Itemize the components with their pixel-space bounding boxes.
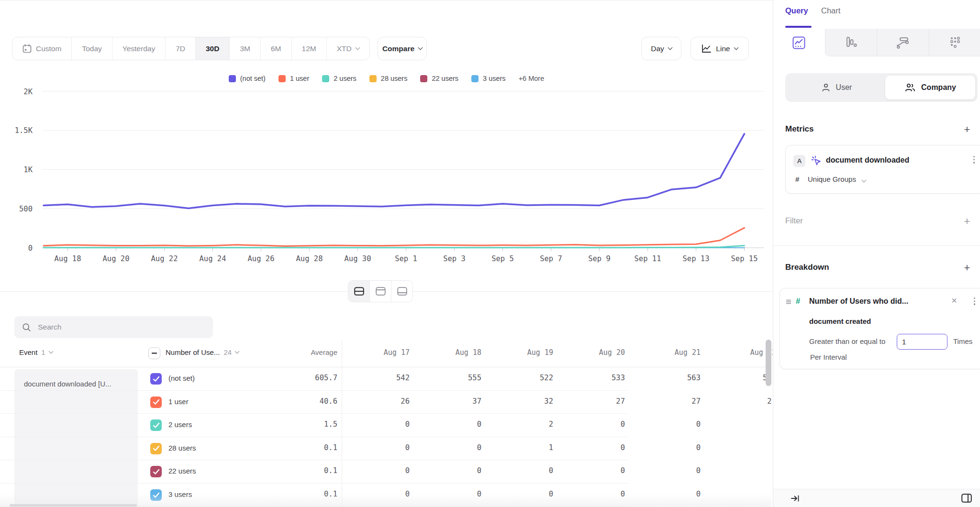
x-axis-label: Sep 7 xyxy=(540,254,562,263)
breakdown-per-interval-label: Per Interval xyxy=(810,353,847,361)
chevron-down-icon xyxy=(862,178,867,183)
column-header-date[interactable]: Aug 20 xyxy=(560,348,625,357)
series-checkbox[interactable] xyxy=(150,419,162,431)
value-cell: 0 xyxy=(632,490,701,498)
check-icon xyxy=(153,376,160,382)
column-header-date[interactable]: Aug 17 xyxy=(342,348,410,357)
select-all-checkbox[interactable] xyxy=(148,347,160,359)
chart-type-tab-flow[interactable] xyxy=(877,29,929,56)
compare-button[interactable]: Compare xyxy=(378,37,427,60)
close-icon[interactable]: × xyxy=(951,295,957,306)
tab-query[interactable]: Query xyxy=(785,6,808,15)
date-range-yesterday[interactable]: Yesterday xyxy=(112,37,165,60)
series-column-header[interactable]: Number of Use... 24 xyxy=(166,348,239,356)
value-cell: 0 xyxy=(632,443,701,452)
vertical-scrollbar[interactable] xyxy=(766,340,771,386)
series-label: (not set) xyxy=(168,374,195,382)
check-icon xyxy=(153,399,160,405)
date-range-label: Yesterday xyxy=(122,44,155,53)
add-metric-button[interactable]: + xyxy=(961,123,973,136)
date-range-12m[interactable]: 12M xyxy=(291,37,326,60)
add-breakdown-button[interactable]: + xyxy=(961,262,973,274)
value-cell: 0 xyxy=(342,420,410,429)
value-cell: 0 xyxy=(488,490,553,498)
tab-chart[interactable]: Chart xyxy=(821,6,840,15)
breakdown-card[interactable]: # Number of Users who did... × document … xyxy=(780,288,980,369)
legend-swatch xyxy=(229,75,236,82)
date-range-3m[interactable]: 3M xyxy=(229,37,260,60)
date-range-xtd[interactable]: XTD xyxy=(326,37,369,60)
x-axis-label: Aug 26 xyxy=(248,254,275,263)
toggle-right-panel-icon[interactable] xyxy=(961,494,972,503)
date-range-today[interactable]: Today xyxy=(71,37,111,60)
breakdown-times-input[interactable] xyxy=(897,334,947,350)
value-cell: 0 xyxy=(416,490,481,498)
layout-split-button[interactable] xyxy=(348,281,369,302)
search-input[interactable] xyxy=(38,323,205,331)
value-cell: 542 xyxy=(342,374,410,382)
metric-menu-icon[interactable] xyxy=(973,156,975,164)
layout-chart-only-button[interactable] xyxy=(369,281,391,302)
audience-option-company[interactable]: Company xyxy=(885,76,975,99)
legend-item[interactable]: 2 users xyxy=(322,75,356,82)
collapse-panel-icon[interactable] xyxy=(791,494,800,503)
series-line--not-set-[interactable] xyxy=(44,134,745,209)
line-chart[interactable]: 05001K1.5K2KAug 18Aug 20Aug 22Aug 24Aug … xyxy=(0,86,773,268)
series-checkbox[interactable] xyxy=(150,397,162,408)
series-checkbox[interactable] xyxy=(150,466,162,477)
y-axis-label: 1K xyxy=(23,165,33,174)
date-range-label: 12M xyxy=(302,44,316,53)
chart-type-tab-bar[interactable] xyxy=(825,29,877,56)
layout-table-only-button[interactable] xyxy=(391,281,412,302)
series-checkbox[interactable] xyxy=(150,373,162,385)
value-cell: 535 xyxy=(707,374,771,382)
date-range-30d[interactable]: 30D xyxy=(195,37,229,60)
legend-item[interactable]: 22 users xyxy=(420,75,458,82)
horizontal-scrollbar[interactable] xyxy=(10,504,137,507)
date-range-label: 30D xyxy=(206,44,219,53)
x-axis-label: Aug 20 xyxy=(103,254,130,263)
value-cell: 563 xyxy=(632,374,701,382)
audience-option-user[interactable]: User xyxy=(788,76,885,99)
metrics-heading: Metrics xyxy=(785,124,814,134)
x-axis-label: Sep 3 xyxy=(443,254,466,263)
more-charts-icon xyxy=(948,36,961,49)
legend-item[interactable]: (not set) xyxy=(229,75,266,82)
chart-type-tab-more[interactable] xyxy=(929,29,980,56)
chart-type-tab-line[interactable] xyxy=(773,29,825,56)
x-axis-label: Sep 1 xyxy=(395,254,417,263)
search-box[interactable] xyxy=(14,316,213,338)
measure-dropdown[interactable]: Unique Groups xyxy=(808,175,866,183)
legend-label: 3 users xyxy=(483,75,506,82)
value-cell: 0 xyxy=(632,420,701,429)
legend-item[interactable]: 1 user xyxy=(278,75,309,82)
column-header-average[interactable]: Average xyxy=(268,348,337,356)
series-checkbox[interactable] xyxy=(150,489,162,501)
interval-button[interactable]: Day xyxy=(641,37,681,60)
column-header-date[interactable]: Aug 19 xyxy=(488,348,553,357)
series-checkbox[interactable] xyxy=(150,443,162,454)
column-header-date[interactable]: Aug 21 xyxy=(632,348,701,357)
chart-type-button[interactable]: Line xyxy=(690,37,749,60)
metric-card[interactable]: A document downloaded # Unique Groups xyxy=(785,145,980,194)
series-line-1-user[interactable] xyxy=(44,228,745,246)
column-header-date[interactable]: Aug 18 xyxy=(416,348,481,357)
date-range-label: 3M xyxy=(240,44,250,53)
metric-badge: A xyxy=(793,155,805,167)
chevron-down-icon xyxy=(235,349,240,354)
legend-item[interactable]: 28 users xyxy=(369,75,408,82)
legend-item[interactable]: 3 users xyxy=(471,75,506,82)
breakdown-menu-icon[interactable] xyxy=(974,298,975,305)
metric-event-name: document downloaded xyxy=(826,156,909,165)
event-column-header[interactable]: Event 1 xyxy=(19,348,53,356)
drag-handle-icon[interactable] xyxy=(785,298,792,305)
date-range-custom[interactable]: Custom xyxy=(12,37,71,60)
average-cell: 40.6 xyxy=(268,397,337,406)
bottom-view-icon xyxy=(397,287,407,296)
add-filter-button[interactable]: + xyxy=(961,215,973,228)
user-icon xyxy=(821,83,831,92)
date-range-6m[interactable]: 6M xyxy=(260,37,291,60)
app-window: CustomTodayYesterday7D30D3M6M12MXTD Comp… xyxy=(0,0,980,507)
date-range-7d[interactable]: 7D xyxy=(165,37,195,60)
legend-more[interactable]: +6 More xyxy=(519,75,545,82)
